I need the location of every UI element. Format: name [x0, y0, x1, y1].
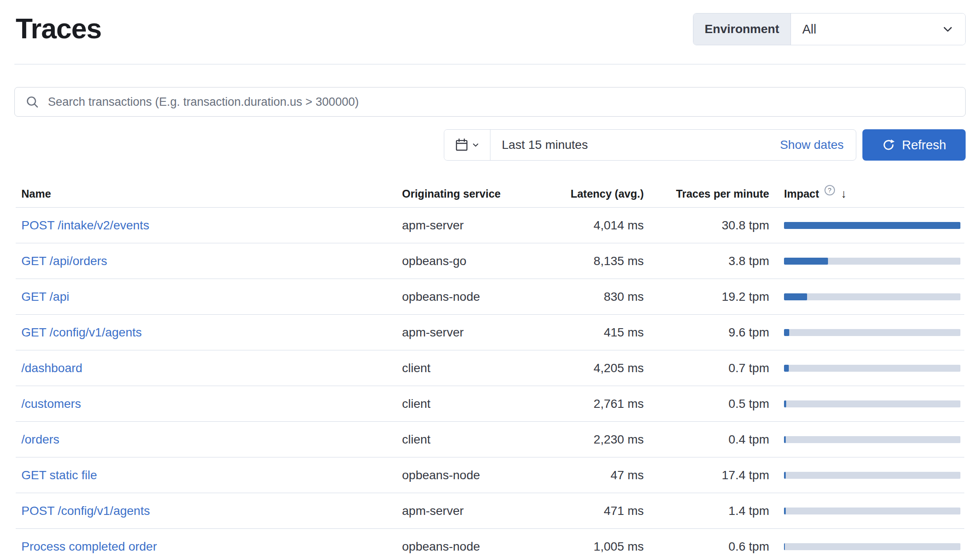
date-quick-select-button[interactable] [444, 130, 490, 160]
refresh-button[interactable]: Refresh [862, 129, 966, 161]
impact-bar-fill [784, 436, 786, 443]
impact-bar-fill [784, 400, 786, 407]
tpm-cell: 0.6 tpm [644, 540, 769, 554]
service-cell: client [396, 397, 549, 411]
tpm-cell: 3.8 tpm [644, 254, 769, 268]
environment-select[interactable]: All [791, 13, 965, 45]
date-range-value: Last 15 minutes [502, 138, 588, 152]
table-row: GET static file opbeans-node 47 ms 17.4 … [16, 457, 964, 493]
trace-name-link[interactable]: /dashboard [21, 361, 82, 375]
environment-selected-value: All [802, 22, 816, 37]
tpm-cell: 0.5 tpm [644, 397, 769, 411]
trace-name-link[interactable]: /orders [21, 433, 59, 446]
sort-desc-icon: ↓ [841, 187, 847, 201]
impact-bar-fill [784, 258, 828, 265]
service-cell: opbeans-node [396, 290, 549, 304]
latency-cell: 47 ms [549, 468, 644, 482]
col-header-service[interactable]: Originating service [396, 188, 549, 200]
trace-name-link[interactable]: POST /intake/v2/events [21, 218, 149, 232]
service-cell: apm-server [396, 504, 549, 518]
service-cell: client [396, 433, 549, 447]
refresh-icon [882, 138, 895, 151]
table-row: /dashboard client 4,205 ms 0.7 tpm [16, 350, 964, 386]
impact-bar-fill [784, 543, 785, 550]
trace-name-link[interactable]: GET /api/orders [21, 254, 107, 268]
latency-cell: 471 ms [549, 504, 644, 518]
environment-filter-label: Environment [693, 13, 791, 45]
environment-filter: Environment All [693, 13, 966, 45]
toolbar: Last 15 minutes Show dates Refresh [14, 129, 966, 161]
latency-cell: 1,005 ms [549, 540, 644, 554]
latency-cell: 4,014 ms [549, 218, 644, 232]
latency-cell: 8,135 ms [549, 254, 644, 268]
traces-page: Traces Environment All [0, 0, 980, 558]
impact-header-label: Impact [784, 188, 819, 200]
search-bar[interactable] [14, 87, 966, 117]
trace-name-link[interactable]: GET /api [21, 290, 69, 303]
tpm-cell: 19.2 tpm [644, 290, 769, 304]
table-row: GET /api opbeans-node 830 ms 19.2 tpm [16, 279, 964, 315]
table-row: GET /config/v1/agents apm-server 415 ms … [16, 315, 964, 350]
show-dates-link[interactable]: Show dates [780, 130, 856, 160]
table-row: POST /config/v1/agents apm-server 471 ms… [16, 493, 964, 529]
table-row: Process completed order opbeans-node 1,0… [16, 529, 964, 558]
trace-name-link[interactable]: Process completed order [21, 540, 157, 553]
impact-bar-fill [784, 293, 807, 300]
impact-bar [784, 400, 960, 407]
tpm-cell: 17.4 tpm [644, 468, 769, 482]
page-header: Traces Environment All [0, 0, 980, 64]
header-divider [14, 64, 966, 64]
latency-cell: 415 ms [549, 326, 644, 340]
service-cell: opbeans-node [396, 468, 549, 482]
impact-bar-fill [784, 508, 786, 514]
help-icon[interactable]: ? [825, 185, 835, 195]
super-date-picker: Last 15 minutes Show dates [444, 129, 856, 161]
search-icon [25, 95, 39, 109]
date-range-button[interactable]: Last 15 minutes [490, 130, 780, 160]
latency-cell: 4,205 ms [549, 361, 644, 375]
col-header-latency[interactable]: Latency (avg.) [549, 188, 644, 200]
latency-cell: 2,761 ms [549, 397, 644, 411]
tpm-cell: 0.7 tpm [644, 361, 769, 375]
impact-bar [784, 258, 960, 265]
table-header-row: Name Originating service Latency (avg.) … [16, 181, 964, 208]
impact-bar [784, 436, 960, 443]
latency-cell: 830 ms [549, 290, 644, 304]
trace-name-link[interactable]: POST /config/v1/agents [21, 504, 150, 518]
trace-name-link[interactable]: /customers [21, 397, 81, 410]
refresh-button-label: Refresh [902, 138, 946, 152]
table-row: /customers client 2,761 ms 0.5 tpm [16, 386, 964, 422]
col-header-tpm[interactable]: Traces per minute [644, 188, 769, 200]
impact-bar [784, 365, 960, 372]
tpm-cell: 30.8 tpm [644, 218, 769, 232]
service-cell: opbeans-node [396, 540, 549, 554]
impact-bar [784, 329, 960, 336]
chevron-down-icon [472, 141, 480, 149]
impact-bar [784, 508, 960, 514]
search-input[interactable] [47, 95, 955, 109]
impact-bar [784, 543, 960, 550]
impact-bar-fill [784, 472, 786, 479]
traces-table: Name Originating service Latency (avg.) … [16, 181, 964, 558]
service-cell: client [396, 361, 549, 375]
calendar-icon [455, 138, 468, 151]
impact-bar-fill [784, 329, 789, 336]
traces-table-body: POST /intake/v2/events apm-server 4,014 … [16, 208, 964, 558]
impact-bar-fill [784, 222, 960, 229]
impact-bar [784, 472, 960, 479]
trace-name-link[interactable]: GET /config/v1/agents [21, 326, 142, 339]
service-cell: apm-server [396, 218, 549, 232]
service-cell: apm-server [396, 326, 549, 340]
col-header-name[interactable]: Name [16, 188, 396, 200]
tpm-cell: 0.4 tpm [644, 433, 769, 447]
table-row: POST /intake/v2/events apm-server 4,014 … [16, 208, 964, 243]
trace-name-link[interactable]: GET static file [21, 468, 97, 482]
tpm-cell: 9.6 tpm [644, 326, 769, 340]
table-row: /orders client 2,230 ms 0.4 tpm [16, 422, 964, 457]
table-row: GET /api/orders opbeans-go 8,135 ms 3.8 … [16, 243, 964, 279]
col-header-impact[interactable]: Impact ? ↓ [784, 187, 847, 201]
latency-cell: 2,230 ms [549, 433, 644, 447]
impact-bar-fill [784, 365, 789, 372]
chevron-down-icon [942, 23, 954, 35]
impact-bar [784, 293, 960, 300]
